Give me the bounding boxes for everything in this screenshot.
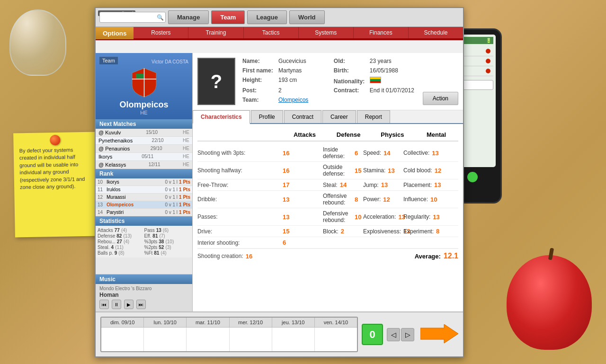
nav-arrows: ◁ ▷ [387,328,414,341]
stat-eff: Eff. 81 (7) [144,233,191,239]
rank-item: 10 Ikorys 0 v 1 l 1 Pts [96,178,192,186]
pause-button[interactable]: ⏸ [112,300,121,309]
next-button[interactable]: ⏭ [136,300,146,309]
team-button[interactable]: Team [211,10,245,24]
cal-cell-1 [144,328,187,351]
team-card: Team Victor DA COSTA Olompeicos HE [96,53,192,119]
options-button[interactable]: Options [96,27,134,39]
char-defense-val: Block: 2 [323,228,363,235]
prev-button[interactable]: ⏮ [99,300,109,309]
sub-nav-training[interactable]: Training [188,27,243,38]
tab-contract[interactable]: Contract [284,110,321,123]
tab-characteristics[interactable]: Characteristics [193,110,250,124]
average-val: 12.1 [444,252,458,260]
match-date: 05/11 [142,154,153,160]
tactics-indicator [486,69,490,73]
char-label: Shooting halfway: [197,167,283,174]
match-date: 22/10 [152,138,164,143]
char-mental-val: Collective: 13 [403,150,444,157]
calendar-cells [101,328,357,351]
average-display: Average: 12.1 [415,252,458,260]
match-tag: HE [183,138,189,143]
info-nationality: Nationality: [334,77,416,87]
sub-nav: Rosters Training Tactics Systems Finance… [134,27,463,39]
svg-rect-0 [136,74,143,79]
action-button[interactable]: Action [423,92,458,105]
char-physics-val: Power: 12 [363,196,403,203]
char-attacks-val: 16 [283,150,323,157]
pin-decoration [50,135,60,145]
avatar-placeholder: ? [211,71,222,92]
interior-shooting-val: 6 [283,239,458,246]
stat-steal: Steal. 4 (11) [98,245,144,250]
tab-report[interactable]: Report [357,110,390,123]
header-mental: Mental [414,131,458,138]
world-button[interactable]: World [289,10,325,24]
cal-day-1: lun. 10/10 [144,318,187,328]
statistics-grid: Attacks 77 (4) Pass 13 (6) Defense 82 (1… [96,226,192,257]
music-title: Music [96,275,192,284]
player-header: ? Name: Gucevicius Old: 23 years First n… [193,53,463,110]
interior-shooting-row: Interior shooting: 6 [197,237,458,249]
sub-nav-schedule[interactable]: Schedule [409,27,463,38]
play-button[interactable]: ▶ [124,300,134,309]
music-artist: Mondo Electro 's Bizzaro [99,286,188,291]
match-date: 12/11 [149,162,160,168]
tab-profile[interactable]: Profile [251,110,283,123]
match-item: @ Kelassys 12/11 HE [96,161,192,169]
char-column-headers: Attacks Defense Physics Mental [197,129,458,142]
next-day-button[interactable]: ▷ [401,328,414,341]
char-physics-val: Explosiveness: 13 [363,228,403,235]
char-physics-val: Acceleration: 13 [363,213,403,221]
rank-list: 10 Ikorys 0 v 1 l 1 Pts 11 Iruklos 0 v 1… [96,178,192,216]
stat-3pts: %3pts 38 (10) [144,239,191,244]
char-defense-val: Offensive rebound: 8 [323,193,363,206]
league-button[interactable]: League [247,10,287,24]
rank-item: 11 Iruklos 0 v 1 l 1 Pts [96,186,192,194]
cal-day-5: ven. 14/10 [315,318,357,328]
info-name: Name: Gucevicius [242,58,324,66]
apple-decoration [507,255,592,350]
cal-cell-3 [230,328,272,351]
shooting-creation: Shooting creation: 16 [197,252,254,260]
search-input[interactable] [99,12,166,23]
search-container: 🔍 [99,12,166,23]
bottom-bar: dim. 09/10 lun. 10/10 mar. 11/10 mer. 12… [96,311,463,356]
match-tag: HE [183,162,189,168]
phone-btn-green[interactable] [467,172,478,182]
sub-nav-systems[interactable]: Systems [299,27,354,38]
char-mental-val: Influence: 10 [403,196,444,203]
char-attacks-val: 15 [283,228,323,235]
char-mental-val: Placement: 13 [403,181,444,188]
manage-button[interactable]: Manage [168,10,209,24]
cal-cell-2 [187,328,229,351]
sticky-note-text: By defect your systems created in indivi… [19,147,85,190]
cal-cell-4 [272,328,315,351]
messages-indicator [486,49,490,53]
info-contract: Contract: End it 01/07/2012 [334,87,416,96]
sub-nav-rosters[interactable]: Rosters [134,27,188,38]
stat-rebound: Rebou... 27 (4) [98,239,144,244]
cal-day-4: jeu. 13/10 [272,318,315,328]
match-name: @ Kelassys [98,162,126,168]
char-label: Free-Throw: [197,182,283,188]
match-name: Pynethenaikos [98,138,133,143]
tab-career[interactable]: Career [322,110,356,123]
prev-day-button[interactable]: ◁ [387,328,400,341]
average-label: Average: [415,253,441,260]
interior-shooting-label: Interior shooting: [197,240,283,246]
char-row-5: Passes: 13 Defensive rebound: 10 Acceler… [197,208,458,226]
sub-nav-finances[interactable]: Finances [354,27,409,38]
sub-nav-row: Options Rosters Training Tactics Systems… [96,27,463,40]
match-tag: HE [183,154,189,160]
sub-nav-tactics[interactable]: Tactics [244,27,299,38]
team-link[interactable]: Olompeicos [278,97,308,103]
header-attacks: Attacks [283,131,327,138]
stat-2pts: %2pts 52 (3) [144,245,191,250]
matches-list: @ Kuvulv 15/10 HE Pynethenaikos 22/10 HE… [96,129,192,169]
player-avatar: ? [197,58,235,105]
player-name-small: Victor DA COSTA [152,59,188,64]
char-row-4: Dribble: 13 Offensive rebound: 8 Power: … [197,191,458,208]
rank-item-highlight: 13 Olompeicos 0 v 1 l 1 Pts [96,201,192,209]
info-height: Height: 193 cm [242,77,324,87]
